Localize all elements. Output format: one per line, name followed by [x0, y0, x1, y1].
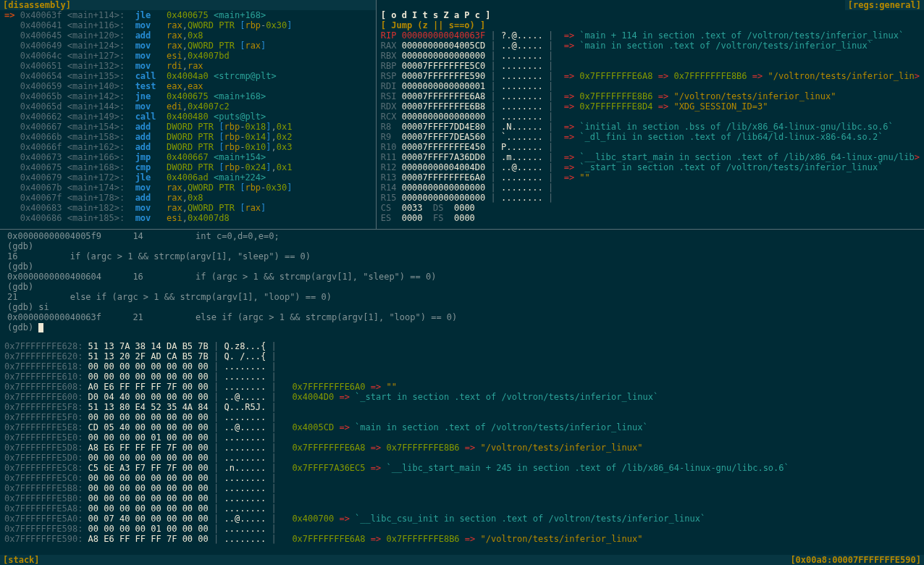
- stack-line: 0x7FFFFFFFE608: A0 E6 FF FF FF 7F 00 00 …: [0, 382, 924, 392]
- disasm-line: 0x40064c <main+127>: mov esi,0x4007bd: [0, 51, 376, 61]
- disasm-line: 0x400651 <main+132>: mov rdi,rax: [0, 61, 376, 71]
- gdb-line[interactable]: 0x00000000004005f9 14 int c=0,d=0,e=0;: [3, 231, 921, 241]
- gdb-line[interactable]: (gdb) si: [3, 302, 921, 312]
- reg-line: RBX 0000000000000000 | ........ |: [377, 51, 924, 61]
- disassembly-pane: [disassembly] => 0x40063f <main+114>: jl…: [0, 0, 377, 229]
- reg-line: RSI 00007FFFFFFFE6A8 | ........ | => 0x7…: [377, 91, 924, 101]
- disasm-line: 0x400683 <main+182>: mov rax,QWORD PTR […: [0, 203, 376, 213]
- stack-pane: 0x7FFFFFFFE628: 51 13 7A 38 14 DA B5 7B …: [0, 341, 924, 558]
- footer-right: [0x00a8:00007FFFFFFFE590]: [790, 555, 921, 565]
- disasm-line: => 0x40063f <main+114>: jle 0x400675 <ma…: [0, 10, 376, 20]
- gdb-line[interactable]: (gdb): [3, 241, 921, 251]
- reg-line: RDX 00007FFFFFFFE6B8 | ........ | => 0x7…: [377, 101, 924, 112]
- stack-line: 0x7FFFFFFFE5F0: 00 00 00 00 00 00 00 00 …: [0, 412, 924, 422]
- gdb-line[interactable]: (gdb): [3, 322, 921, 332]
- gdb-line[interactable]: 21 else if (argc > 1 && strcmp(argv[1], …: [3, 292, 921, 302]
- reg-line: RAX 00000000004005CD | ..@..... | => `ma…: [377, 41, 924, 51]
- cpu-flags: [ o d I t s Z a P c ]: [377, 10, 924, 20]
- gdb-console[interactable]: 0x00000000004005f9 14 int c=0,d=0,e=0;(g…: [0, 230, 924, 341]
- reg-line: RBP 00007FFFFFFFE5C0 | ........ |: [377, 61, 924, 71]
- stack-line: 0x7FFFFFFFE5A0: 00 07 40 00 00 00 00 00 …: [0, 514, 924, 524]
- stack-line: 0x7FFFFFFFE600: D0 04 40 00 00 00 00 00 …: [0, 392, 924, 402]
- stack-line: 0x7FFFFFFFE618: 00 00 00 00 00 00 00 00 …: [0, 361, 924, 372]
- regs-title: [regs:general]: [845, 0, 924, 10]
- disasm-line: 0x400641 <main+116>: mov rax,QWORD PTR […: [0, 20, 376, 30]
- reg-line: R10 00007FFFFFFFE450 | P....... |: [377, 142, 924, 152]
- reg-line: RDI 0000000000000001 | ........ |: [377, 81, 924, 91]
- disasm-line: 0x40066f <main+162>: add DWORD PTR [rbp-…: [0, 142, 376, 152]
- disasm-line: 0x40067f <main+178>: add rax,0x8: [0, 193, 376, 203]
- reg-line: R8 00007FFFF7DD4E80 | .N...... | => `ini…: [377, 122, 924, 132]
- stack-line: 0x7FFFFFFFE610: 00 00 00 00 00 00 00 00 …: [0, 372, 924, 382]
- segreg-line: ES 0000 FS 0000: [377, 213, 924, 223]
- registers-pane: [regs:general] [ o d I t s Z a P c ] [ J…: [377, 0, 924, 229]
- cursor: [38, 323, 43, 332]
- stack-line: 0x7FFFFFFFE598: 00 00 00 00 01 00 00 00 …: [0, 524, 924, 534]
- stack-line: 0x7FFFFFFFE5D0: 00 00 00 00 00 00 00 00 …: [0, 453, 924, 463]
- reg-line: R14 0000000000000000 | ........ |: [377, 183, 924, 193]
- stack-line: 0x7FFFFFFFE620: 51 13 20 2F AD CA B5 7B …: [0, 351, 924, 361]
- gdb-line[interactable]: 0x000000000040063f 21 else if (argc > 1 …: [3, 312, 921, 322]
- stack-line: 0x7FFFFFFFE590: A8 E6 FF FF FF 7F 00 00 …: [0, 534, 924, 544]
- disasm-line: 0x400673 <main+166>: jmp 0x400667 <main+…: [0, 152, 376, 162]
- reg-line: RIP 000000000040063F | ?.@..... | => `ma…: [377, 30, 924, 41]
- footer-bar: [stack] [0x00a8:00007FFFFFFFE590]: [0, 555, 924, 565]
- reg-line: RSP 00007FFFFFFFE590 | ........ | => 0x7…: [377, 71, 924, 81]
- reg-line: R13 00007FFFFFFFE6A0 | ........ | => "": [377, 172, 924, 183]
- disasm-line: 0x400667 <main+154>: add DWORD PTR [rbp-…: [0, 122, 376, 132]
- stack-line: 0x7FFFFFFFE5C0: 00 00 00 00 00 00 00 00 …: [0, 473, 924, 483]
- segreg-line: CS 0033 DS 0000: [377, 203, 924, 213]
- stack-line: 0x7FFFFFFFE628: 51 13 7A 38 14 DA B5 7B …: [0, 341, 924, 351]
- gdb-line[interactable]: (gdb): [3, 282, 921, 292]
- disasm-title: [disassembly]: [0, 0, 376, 10]
- stack-line: 0x7FFFFFFFE5F8: 51 13 80 E4 52 35 4A 84 …: [0, 402, 924, 412]
- reg-line: R12 00000000004004D0 | ..@..... | => `_s…: [377, 162, 924, 172]
- disasm-line: 0x400662 <main+149>: call 0x400480 <puts…: [0, 112, 376, 122]
- reg-line: R9 00007FFFF7DEA560 | `....... | => `_dl…: [377, 132, 924, 142]
- stack-line: 0x7FFFFFFFE5E0: 00 00 00 00 01 00 00 00 …: [0, 432, 924, 443]
- disasm-line: 0x400686 <main+185>: mov esi,0x4007d8: [0, 213, 376, 223]
- stack-line: 0x7FFFFFFFE5D8: A8 E6 FF FF FF 7F 00 00 …: [0, 443, 924, 453]
- stack-line: 0x7FFFFFFFE5A8: 00 00 00 00 00 00 00 00 …: [0, 503, 924, 514]
- disasm-line: 0x400649 <main+124>: mov rax,QWORD PTR […: [0, 41, 376, 51]
- reg-line: R15 0000000000000000 | ........ |: [377, 193, 924, 203]
- disasm-line: 0x40066b <main+158>: add DWORD PTR [rbp-…: [0, 132, 376, 142]
- disasm-line: 0x400679 <main+172>: jle 0x4006ad <main+…: [0, 172, 376, 183]
- disasm-line: 0x400645 <main+120>: add rax,0x8: [0, 30, 376, 41]
- stack-title: [stack]: [3, 555, 40, 565]
- disasm-line: 0x400675 <main+168>: cmp DWORD PTR [rbp-…: [0, 162, 376, 172]
- gdb-line[interactable]: 16 if (argc > 1 && strcmp(argv[1], "slee…: [3, 251, 921, 261]
- stack-line: 0x7FFFFFFFE5C8: C5 6E A3 F7 FF 7F 00 00 …: [0, 463, 924, 473]
- disasm-line: 0x40065b <main+142>: jne 0x400675 <main+…: [0, 91, 376, 101]
- reg-line: R11 00007FFFF7A36DD0 | .m...... | => `__…: [377, 152, 924, 162]
- disasm-line: 0x40065d <main+144>: mov edi,0x4007c2: [0, 101, 376, 112]
- disasm-line: 0x40067b <main+174>: mov rax,QWORD PTR […: [0, 183, 376, 193]
- disasm-line: 0x400659 <main+140>: test eax,eax: [0, 81, 376, 91]
- stack-line: 0x7FFFFFFFE5E8: CD 05 40 00 00 00 00 00 …: [0, 422, 924, 432]
- jump-hint: [ Jump (z || s==o) ]: [377, 20, 924, 30]
- reg-line: RCX 0000000000000000 | ........ |: [377, 112, 924, 122]
- gdb-line[interactable]: 0x0000000000400604 16 if (argc > 1 && st…: [3, 272, 921, 282]
- disasm-line: 0x400654 <main+135>: call 0x4004a0 <strc…: [0, 71, 376, 81]
- gdb-line[interactable]: (gdb): [3, 261, 921, 272]
- stack-line: 0x7FFFFFFFE5B8: 00 00 00 00 00 00 00 00 …: [0, 483, 924, 493]
- stack-line: 0x7FFFFFFFE5B0: 00 00 00 00 00 00 00 00 …: [0, 493, 924, 503]
